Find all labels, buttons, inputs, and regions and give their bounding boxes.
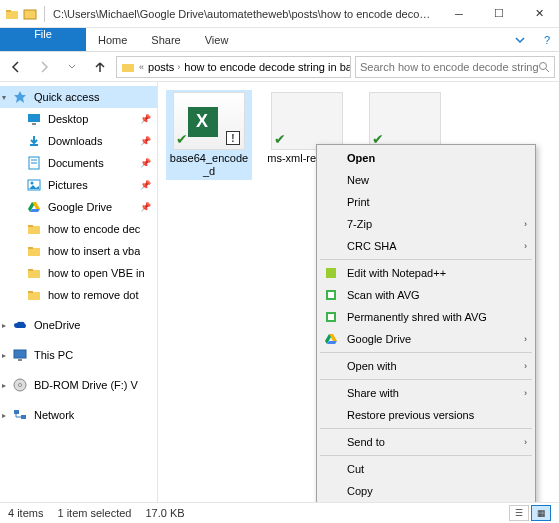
sidebar-item-label: Desktop — [48, 113, 88, 125]
sidebar-network[interactable]: ▸Network — [0, 404, 157, 426]
chevron-right-icon[interactable]: ▸ — [2, 411, 6, 420]
cloud-icon — [12, 317, 28, 333]
menu-item-label: Google Drive — [347, 333, 411, 345]
search-input[interactable] — [360, 61, 538, 73]
menu-item-copy[interactable]: Copy — [319, 480, 533, 502]
explorer-icon — [22, 6, 38, 22]
menu-item-scan-with-avg[interactable]: Scan with AVG — [319, 284, 533, 306]
menu-item-cut[interactable]: Cut — [319, 458, 533, 480]
breadcrumb[interactable]: how to encode decode string in base... — [184, 61, 351, 73]
menu-item-share-with[interactable]: Share with› — [319, 382, 533, 404]
svg-point-28 — [19, 384, 22, 387]
menu-item-new[interactable]: New — [319, 169, 533, 191]
file-name: base64_encode_d — [168, 152, 250, 178]
sidebar-bdrom[interactable]: ▸BD-ROM Drive (F:) V — [0, 374, 157, 396]
svg-rect-24 — [28, 291, 33, 293]
chevron-right-icon: › — [524, 241, 527, 251]
folder-icon — [4, 6, 20, 22]
maximize-button[interactable]: ☐ — [479, 0, 519, 28]
pin-icon: 📌 — [140, 180, 151, 190]
monitor-icon — [12, 347, 28, 363]
sidebar-item-desktop[interactable]: Desktop📌 — [0, 108, 157, 130]
sidebar-quick-access[interactable]: ▾ Quick access — [0, 86, 157, 108]
forward-button[interactable] — [32, 55, 56, 79]
svg-rect-8 — [32, 123, 36, 125]
sidebar-item-how-to-remove-dot[interactable]: how to remove dot — [0, 284, 157, 306]
ribbon-tabs: File Home Share View ? — [0, 28, 559, 52]
menu-item-google-drive[interactable]: Google Drive› — [319, 328, 533, 350]
view-details-button[interactable]: ☰ — [509, 505, 529, 521]
help-button[interactable]: ? — [535, 28, 559, 51]
chevron-down-icon[interactable]: ▾ — [2, 93, 6, 102]
chevron-right-icon[interactable]: ▸ — [2, 321, 6, 330]
file-list[interactable]: !✔base64_encode_d✔ms-xml-referenc✔vba-ba… — [158, 82, 559, 502]
minimize-button[interactable]: ─ — [439, 0, 479, 28]
svg-rect-35 — [328, 314, 334, 320]
tab-share[interactable]: Share — [139, 28, 192, 51]
menu-item-label: Edit with Notepad++ — [347, 267, 446, 279]
avg-icon — [323, 287, 339, 303]
menu-item-7-zip[interactable]: 7-Zip› — [319, 213, 533, 235]
sidebar-item-label: Pictures — [48, 179, 88, 191]
sidebar-item-label: how to remove dot — [48, 289, 139, 301]
chevron-right-icon: › — [524, 437, 527, 447]
ribbon-expand-button[interactable] — [505, 28, 535, 51]
sidebar-item-documents[interactable]: Documents📌 — [0, 152, 157, 174]
menu-item-send-to[interactable]: Send to› — [319, 431, 533, 453]
sidebar-item-pictures[interactable]: Pictures📌 — [0, 174, 157, 196]
menu-item-restore-previous-versions[interactable]: Restore previous versions — [319, 404, 533, 426]
svg-rect-0 — [6, 11, 18, 19]
close-button[interactable]: ✕ — [519, 0, 559, 28]
gdrive-icon — [323, 331, 339, 347]
breadcrumb[interactable]: « — [139, 62, 144, 72]
menu-item-label: Send to — [347, 436, 385, 448]
tab-home[interactable]: Home — [86, 28, 139, 51]
sidebar-item-downloads[interactable]: Downloads📌 — [0, 130, 157, 152]
svg-rect-2 — [24, 10, 36, 19]
menu-item-crc-sha[interactable]: CRC SHA› — [319, 235, 533, 257]
up-button[interactable] — [88, 55, 112, 79]
chevron-right-icon[interactable]: ▸ — [2, 351, 6, 360]
sidebar-item-how-to-open-vbe-in[interactable]: how to open VBE in — [0, 262, 157, 284]
tab-view[interactable]: View — [193, 28, 241, 51]
sidebar-item-how-to-encode-dec[interactable]: how to encode dec — [0, 218, 157, 240]
pin-icon: 📌 — [140, 158, 151, 168]
chevron-right-icon[interactable]: ▸ — [2, 381, 6, 390]
back-button[interactable] — [4, 55, 28, 79]
address-box[interactable]: « posts› how to encode decode string in … — [116, 56, 351, 78]
sidebar-this-pc[interactable]: ▸This PC — [0, 344, 157, 366]
view-large-icons-button[interactable]: ▦ — [531, 505, 551, 521]
menu-item-print[interactable]: Print — [319, 191, 533, 213]
menu-item-label: Open — [347, 152, 375, 164]
title-bar: C:\Users\Michael\Google Drive\automateth… — [0, 0, 559, 28]
folder-icon — [26, 287, 42, 303]
menu-item-open[interactable]: Open — [319, 147, 533, 169]
svg-rect-18 — [28, 225, 33, 227]
navigation-pane: ▾ Quick access Desktop📌Downloads📌Documen… — [0, 82, 158, 502]
menu-item-label: Scan with AVG — [347, 289, 420, 301]
menu-item-label: 7-Zip — [347, 218, 372, 230]
menu-item-label: Restore previous versions — [347, 409, 474, 421]
svg-rect-25 — [14, 350, 26, 358]
breadcrumb[interactable]: posts› — [148, 61, 180, 73]
sidebar-item-google-drive[interactable]: Google Drive📌 — [0, 196, 157, 218]
sidebar-item-label: Downloads — [48, 135, 102, 147]
menu-item-edit-with-notepad++[interactable]: Edit with Notepad++ — [319, 262, 533, 284]
tab-file[interactable]: File — [0, 28, 86, 51]
folder-icon — [26, 221, 42, 237]
svg-rect-21 — [28, 270, 40, 278]
file-item[interactable]: !✔base64_encode_d — [166, 90, 252, 180]
address-bar-row: « posts› how to encode decode string in … — [0, 52, 559, 82]
menu-item-open-with[interactable]: Open with› — [319, 355, 533, 377]
sidebar-item-how-to-insert-a-vba[interactable]: how to insert a vba — [0, 240, 157, 262]
sidebar-item-label: how to insert a vba — [48, 245, 140, 257]
pin-icon: 📌 — [140, 114, 151, 124]
search-icon[interactable] — [538, 61, 550, 73]
menu-item-permanently-shred-with-avg[interactable]: Permanently shred with AVG — [319, 306, 533, 328]
recent-locations-button[interactable] — [60, 55, 84, 79]
search-box[interactable] — [355, 56, 555, 78]
svg-rect-19 — [28, 248, 40, 256]
avg-icon — [323, 309, 339, 325]
warning-icon: ! — [226, 131, 240, 145]
sidebar-onedrive[interactable]: ▸OneDrive — [0, 314, 157, 336]
